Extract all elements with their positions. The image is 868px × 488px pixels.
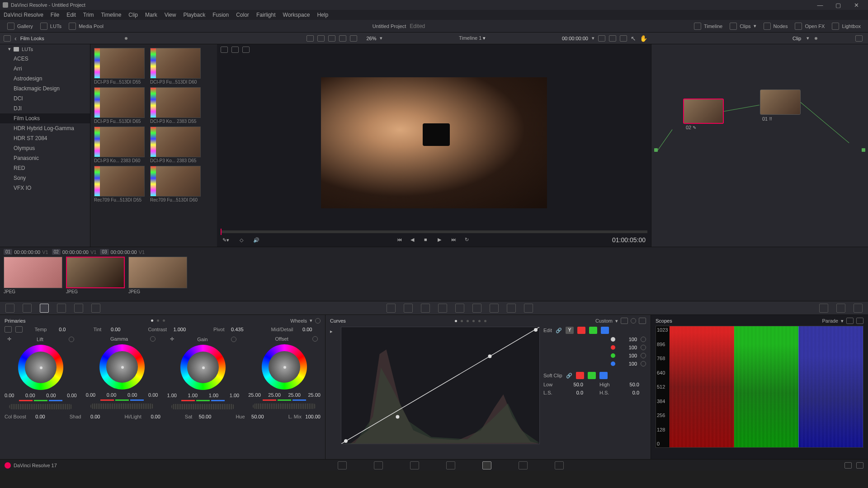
offset-wheel[interactable] — [262, 344, 307, 389]
sort-icon[interactable] — [307, 35, 314, 42]
lut-item[interactable]: DCI-P3 Ko... 2383 D60 — [94, 127, 145, 164]
spline-toggle[interactable]: ▸ — [330, 327, 337, 444]
settings-icon[interactable] — [856, 462, 863, 469]
clips-toggle[interactable]: Clips — [740, 23, 750, 29]
viewer-wand-icon[interactable] — [242, 47, 250, 53]
g-softclip-button[interactable] — [588, 372, 596, 379]
close-button[interactable]: ✕ — [847, 2, 865, 9]
color-wheels-icon[interactable] — [40, 304, 49, 313]
tree-item[interactable]: Astrodesign — [0, 74, 90, 84]
wheels-mode[interactable]: Wheels — [290, 318, 307, 324]
viewer-mode-icon[interactable] — [221, 47, 228, 53]
tree-item[interactable]: VFX IO — [0, 183, 90, 193]
fusion-page-icon[interactable] — [446, 461, 455, 469]
offset-jog[interactable] — [253, 404, 316, 409]
camera-raw-icon[interactable] — [5, 304, 14, 313]
nav-back-icon[interactable]: ‹ — [14, 35, 17, 42]
first-frame-button[interactable]: ⏮ — [397, 237, 403, 243]
zoom-level[interactable]: 26% — [366, 36, 376, 41]
node-editor[interactable]: 02 ✎ 01 ⠿ — [651, 44, 868, 247]
chevron-down-icon[interactable]: ▾ — [754, 23, 756, 29]
nodes-icon[interactable] — [764, 23, 771, 30]
crosshair-icon[interactable]: ✛ — [170, 336, 174, 342]
clip-thumbnail[interactable]: JPEG — [128, 257, 187, 294]
reset-icon[interactable] — [69, 337, 74, 342]
more-icon[interactable] — [620, 35, 627, 42]
chevron-down-icon[interactable]: ▾ — [310, 318, 312, 324]
window-icon[interactable] — [438, 304, 447, 313]
gamma-wheel[interactable] — [99, 344, 145, 389]
deliver-page-icon[interactable] — [555, 461, 564, 469]
nodes-toggle[interactable]: Nodes — [774, 23, 788, 29]
clips-icon[interactable] — [730, 23, 737, 30]
menu-item[interactable]: Trim — [83, 12, 94, 18]
hilight-value[interactable]: 0.00 — [144, 414, 160, 419]
lut-item[interactable]: DCI-P3 Fu...513DI D55 — [94, 48, 145, 85]
chevron-down-icon[interactable]: ▾ — [615, 318, 618, 324]
lum-dot[interactable] — [611, 337, 615, 342]
reset-icon[interactable] — [231, 337, 236, 342]
reset-icon[interactable] — [641, 345, 646, 350]
menu-item[interactable]: Help — [317, 12, 328, 18]
timeline-toggle[interactable]: Timeline — [704, 23, 722, 29]
more-icon[interactable] — [855, 35, 863, 42]
blur-icon[interactable] — [490, 304, 499, 313]
gamma-jog[interactable] — [90, 404, 154, 409]
hue-value[interactable]: 50.00 — [248, 414, 264, 419]
r-channel-button[interactable] — [577, 327, 585, 334]
tree-item-selected[interactable]: Film Looks — [0, 113, 90, 123]
luts-icon[interactable] — [40, 23, 47, 30]
more-icon[interactable] — [639, 318, 646, 324]
openfx-icon[interactable] — [795, 23, 802, 30]
g-channel-button[interactable] — [589, 327, 597, 334]
openfx-toggle[interactable]: Open FX — [805, 23, 825, 29]
lut-item[interactable]: Rec709 Fu...513DI D60 — [150, 166, 201, 203]
node-02[interactable]: 02 ✎ — [683, 99, 724, 124]
loop-icon[interactable] — [598, 35, 605, 42]
tint-value[interactable]: 0.00 — [104, 327, 120, 332]
lut-item[interactable]: Rec709 Fu...513DI D55 — [94, 166, 145, 203]
blue-value[interactable]: 100 — [619, 361, 637, 366]
expand-icon[interactable] — [846, 318, 854, 324]
tree-item[interactable]: Arri — [0, 64, 90, 74]
timecode[interactable]: 00:00:00:00 — [562, 36, 588, 41]
temp-value[interactable]: 0.0 — [49, 327, 66, 332]
info-icon[interactable] — [854, 304, 863, 313]
timeline-name[interactable]: Timeline 1 ▾ — [386, 35, 558, 41]
minimize-button[interactable]: — — [811, 2, 829, 9]
pointer-icon[interactable]: ↖ — [631, 35, 636, 42]
cut-page-icon[interactable] — [374, 461, 383, 469]
crosshair-icon[interactable]: ✛ — [7, 336, 11, 342]
reset-icon[interactable] — [641, 337, 646, 342]
blue-dot[interactable] — [611, 361, 615, 366]
fairlight-page-icon[interactable] — [519, 461, 528, 469]
motion-effects-icon[interactable] — [91, 304, 100, 313]
lut-item[interactable]: DCI-P3 Fu...513DI D60 — [150, 48, 201, 85]
next-frame-button[interactable]: ⏭ — [451, 237, 458, 243]
b-softclip-button[interactable] — [599, 372, 608, 379]
expand-icon[interactable] — [609, 35, 616, 42]
reset-icon[interactable] — [641, 353, 646, 358]
reset-icon[interactable] — [312, 336, 318, 342]
lmix-value[interactable]: 100.00 — [304, 414, 321, 419]
picker-icon[interactable]: ✎▾ — [222, 237, 229, 243]
middetail-value[interactable]: 0.00 — [296, 327, 312, 332]
tree-item[interactable]: HDR ST 2084 — [0, 133, 90, 143]
menu-item[interactable]: Playback — [183, 12, 205, 18]
r-softclip-button[interactable] — [576, 372, 584, 379]
tree-item[interactable]: Panasonic — [0, 153, 90, 163]
chevron-down-icon[interactable]: ▾ — [592, 35, 594, 41]
reset-icon[interactable] — [150, 336, 156, 342]
prev-frame-button[interactable]: ◀ — [410, 237, 417, 243]
gain-jog[interactable] — [171, 404, 235, 409]
keyframe-icon[interactable] — [819, 304, 828, 313]
loop-button[interactable]: ↻ — [465, 237, 471, 243]
qualifier-icon[interactable] — [421, 304, 430, 313]
menu-item[interactable]: Edit — [66, 12, 76, 18]
menu-item[interactable]: Clip — [128, 12, 138, 18]
hdr-icon[interactable] — [57, 304, 66, 313]
scopes-icon[interactable] — [836, 304, 845, 313]
shad-value[interactable]: 0.00 — [84, 414, 100, 419]
contrast-value[interactable]: 1.000 — [170, 327, 186, 332]
page-dots[interactable] — [455, 320, 486, 322]
